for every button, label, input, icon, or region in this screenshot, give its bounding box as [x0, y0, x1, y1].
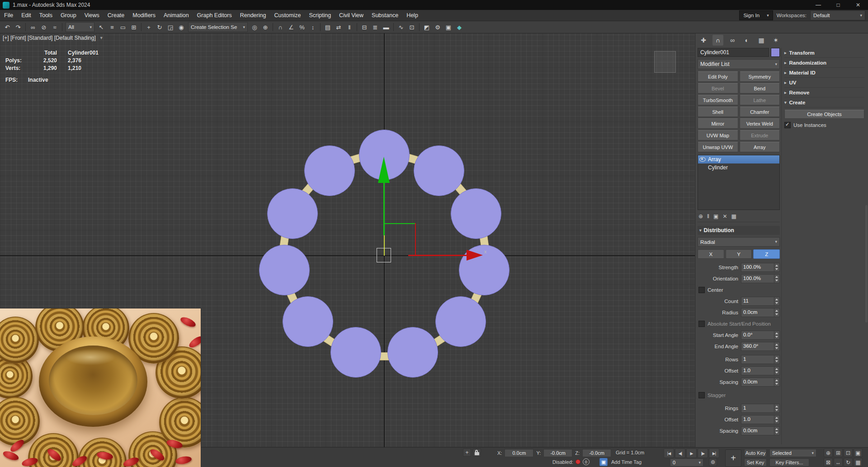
radius-field[interactable]: 0.0cm: [741, 308, 780, 317]
select-and-manipulate-icon[interactable]: ⊕: [260, 22, 270, 32]
spinner-arrows-icon[interactable]: [774, 275, 779, 283]
visibility-eye-icon[interactable]: [699, 157, 706, 162]
menu-civil-view[interactable]: Civil View: [335, 10, 368, 21]
gizmo-x-axis[interactable]: [408, 255, 467, 256]
close-button[interactable]: ✕: [848, 0, 868, 10]
menu-graph-editors[interactable]: Graph Editors: [193, 10, 236, 21]
end-angle-field[interactable]: 360.0°: [741, 342, 780, 351]
curve-editor-icon[interactable]: ∿: [396, 22, 406, 32]
modifier-button-unwrap-uvw[interactable]: Unwrap UVW: [698, 142, 738, 152]
add-time-tag[interactable]: Add Time Tag: [611, 459, 642, 465]
zoom-icon[interactable]: ⊕: [824, 448, 833, 457]
minimize-button[interactable]: —: [808, 0, 828, 10]
coord-x-field[interactable]: 0.0cm: [505, 449, 533, 457]
absolute-mode-toggle-icon[interactable]: +: [463, 448, 471, 457]
gizmo-y-arrow-icon[interactable]: [378, 157, 390, 183]
spinner-arrows-icon[interactable]: [774, 367, 779, 375]
show-end-result-icon[interactable]: ‖: [707, 213, 709, 219]
spinner-arrows-icon[interactable]: [774, 355, 779, 364]
spinner-arrows-icon[interactable]: [774, 297, 779, 305]
gizmo-center-box[interactable]: [377, 248, 391, 262]
stagger-checkbox[interactable]: [698, 392, 705, 398]
rollout-material-id[interactable]: Material ID: [784, 68, 864, 78]
play-animation-button[interactable]: ▶: [686, 448, 697, 458]
rollout-uv[interactable]: UV: [784, 78, 864, 88]
menu-modifiers[interactable]: Modifiers: [128, 10, 160, 21]
spinner-snap-icon[interactable]: ↕: [308, 22, 318, 32]
modifier-button-vertex-weld[interactable]: Vertex Weld: [740, 118, 780, 129]
distribution-mode-dropdown[interactable]: Radial: [698, 237, 780, 247]
spacing-field[interactable]: 0.0cm: [741, 426, 780, 435]
previous-frame-button[interactable]: ◀|: [675, 448, 685, 458]
axis-y-button[interactable]: Y: [726, 249, 752, 259]
gizmo-plane-handle-green[interactable]: [384, 223, 416, 224]
offset-field[interactable]: 1.0: [741, 366, 780, 375]
spinner-arrows-icon[interactable]: [774, 263, 779, 271]
gizmo-x-arrow-icon[interactable]: [467, 250, 483, 261]
rows-field[interactable]: 1: [741, 355, 780, 364]
strength-field[interactable]: 100.0%: [741, 263, 780, 272]
viewport-label-text[interactable]: [+] [Front] [Standard] [Default Shading]: [3, 35, 96, 41]
rollout-create[interactable]: Create: [784, 98, 864, 107]
zoom-all-icon[interactable]: ⊞: [834, 448, 843, 457]
set-keys-button[interactable]: +: [725, 449, 741, 467]
gizmo-y-axis[interactable]: [383, 183, 385, 235]
menu-customize[interactable]: Customize: [270, 10, 305, 21]
cylinder-instance[interactable]: [304, 145, 355, 196]
render-production-icon[interactable]: ◆: [454, 22, 464, 32]
spinner-arrows-icon[interactable]: [774, 404, 779, 412]
rendered-frame-icon[interactable]: ▣: [443, 22, 453, 32]
spacing-field[interactable]: 0.0cm: [741, 378, 780, 387]
cylinder-instance[interactable]: [451, 188, 501, 239]
auto-key-button[interactable]: Auto Key: [744, 449, 767, 457]
select-and-scale-icon[interactable]: ◲: [165, 22, 175, 32]
rollout-remove[interactable]: Remove: [784, 88, 864, 98]
scene-explorer-icon[interactable]: ⊟: [359, 22, 369, 32]
modifier-button-edit-poly[interactable]: Edit Poly: [698, 71, 738, 82]
menu-animation[interactable]: Animation: [160, 10, 193, 21]
panel-tab-motion[interactable]: ◐: [741, 35, 752, 46]
snaps-toggle-icon[interactable]: ∩: [275, 22, 285, 32]
sign-in-button[interactable]: Sign In: [739, 10, 773, 20]
object-name-field[interactable]: Cylinder001: [698, 48, 769, 57]
zoom-extents-all-icon[interactable]: ▣: [854, 448, 863, 457]
modifier-button-bend[interactable]: Bend: [740, 83, 780, 93]
count-field[interactable]: 11: [741, 297, 780, 306]
menu-edit[interactable]: Edit: [17, 10, 35, 21]
modifier-button-uvw-map[interactable]: UVW Map: [698, 130, 738, 140]
absolute-start-end-position-checkbox[interactable]: [698, 321, 705, 327]
pan-view-icon[interactable]: ↔: [834, 458, 843, 467]
rings-field[interactable]: 1: [741, 404, 780, 413]
spinner-arrows-icon[interactable]: [774, 378, 779, 386]
zoom-region-icon[interactable]: ⊠: [824, 458, 833, 467]
make-unique-icon[interactable]: ▣: [713, 213, 718, 219]
rollout-randomization[interactable]: Randomization: [784, 58, 864, 68]
viewport-menu-icon[interactable]: [99, 36, 104, 40]
panel-tab-hierarchy[interactable]: ∞: [727, 35, 738, 46]
go-to-start-button[interactable]: |◀: [664, 448, 674, 458]
select-by-name-icon[interactable]: ≡: [107, 22, 117, 32]
window-crossing-icon[interactable]: ⊞: [129, 22, 139, 32]
bind-to-space-warp-icon[interactable]: ≈: [50, 22, 60, 32]
modifier-button-array[interactable]: Array: [740, 142, 780, 152]
object-color-swatch[interactable]: [771, 48, 780, 57]
create-objects-button[interactable]: Create Objects: [784, 110, 864, 119]
time-tag-icon[interactable]: ▣: [599, 458, 608, 466]
rollout-transform[interactable]: Transform: [784, 48, 864, 58]
select-and-place-icon[interactable]: ◉: [176, 22, 186, 32]
orientation-field[interactable]: 100.0%: [741, 274, 780, 283]
modifier-button-lathe[interactable]: Lathe: [740, 95, 780, 105]
mirror-icon[interactable]: ⇄: [334, 22, 344, 32]
workspaces-dropdown[interactable]: Default: [810, 10, 865, 20]
spinner-arrows-icon[interactable]: [774, 427, 779, 435]
spinner-arrows-icon[interactable]: [774, 416, 779, 424]
spinner-arrows-icon[interactable]: [774, 342, 779, 350]
undo-icon[interactable]: ↶: [2, 22, 12, 32]
modifier-button-chamfer[interactable]: Chamfer: [740, 107, 780, 117]
offset-field[interactable]: 1.0: [741, 415, 780, 424]
go-to-end-button[interactable]: ▶|: [709, 448, 719, 458]
cylinder-instance[interactable]: [387, 327, 438, 378]
maximize-viewport-icon[interactable]: ▦: [854, 458, 863, 467]
select-object-icon[interactable]: ↖: [96, 22, 106, 32]
orbit-icon[interactable]: ↻: [844, 458, 853, 467]
